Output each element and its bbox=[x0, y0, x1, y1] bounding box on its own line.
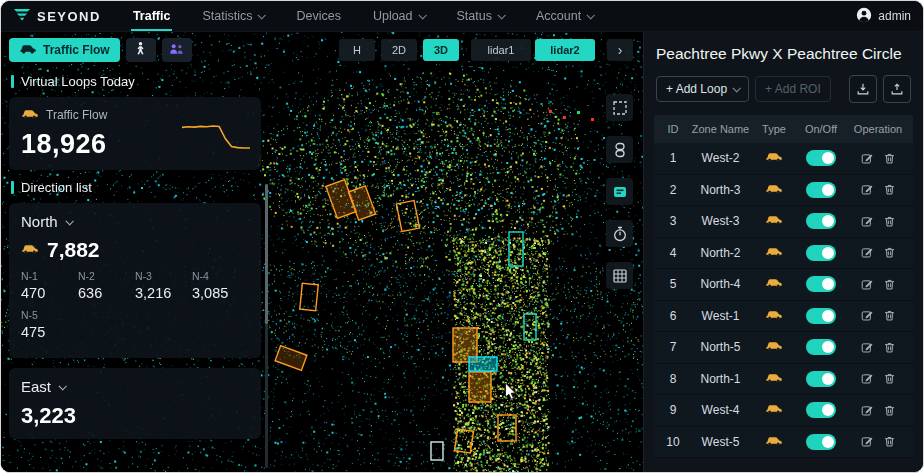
onoff-toggle[interactable] bbox=[806, 339, 836, 355]
edit-icon[interactable] bbox=[861, 246, 874, 259]
row-id: 7 bbox=[658, 340, 688, 354]
timer-icon[interactable] bbox=[606, 220, 633, 247]
lidar2-button[interactable]: lidar2 bbox=[535, 39, 595, 61]
delete-icon[interactable] bbox=[883, 372, 896, 385]
direction-card-north: North 7,882 N-1470N-2636N-33,216N-43,085… bbox=[9, 203, 261, 358]
delete-icon[interactable] bbox=[883, 152, 896, 165]
edit-icon[interactable] bbox=[861, 341, 874, 354]
onoff-toggle[interactable] bbox=[806, 213, 836, 229]
nav-item-upload[interactable]: Upload bbox=[371, 1, 427, 31]
delete-icon[interactable] bbox=[883, 215, 896, 228]
table-row: 9West-4 bbox=[654, 395, 913, 427]
car-icon bbox=[765, 182, 783, 198]
car-icon bbox=[21, 107, 39, 123]
edit-icon[interactable] bbox=[861, 372, 874, 385]
chevron-down-icon bbox=[58, 382, 66, 390]
loop-value: 475 bbox=[21, 324, 78, 340]
onoff-toggle[interactable] bbox=[806, 276, 836, 292]
onoff-toggle[interactable] bbox=[806, 245, 836, 261]
row-zone-name: North-4 bbox=[688, 277, 753, 291]
delete-icon[interactable] bbox=[883, 341, 896, 354]
table-row: 7North-5 bbox=[654, 332, 913, 364]
car-icon bbox=[765, 434, 783, 450]
car-icon bbox=[765, 150, 783, 166]
onoff-toggle[interactable] bbox=[806, 150, 836, 166]
col-id: ID bbox=[658, 123, 688, 135]
row-id: 10 bbox=[658, 435, 688, 449]
chevron-down-icon bbox=[587, 11, 595, 19]
delete-icon[interactable] bbox=[883, 435, 896, 448]
edit-icon[interactable] bbox=[861, 404, 874, 417]
brand-logo[interactable]: SEYOND bbox=[13, 8, 101, 25]
car-icon bbox=[21, 241, 39, 259]
delete-icon[interactable] bbox=[883, 183, 896, 196]
add-loop-button[interactable]: + Add Loop bbox=[656, 76, 749, 102]
nav-item-traffic[interactable]: Traffic bbox=[131, 1, 173, 31]
row-zone-name: West-2 bbox=[688, 151, 753, 165]
row-zone-name: North-5 bbox=[688, 340, 753, 354]
col-zone-name: Zone Name bbox=[688, 123, 753, 135]
traffic-flow-card: Traffic Flow 18,926 bbox=[9, 97, 261, 170]
delete-icon[interactable] bbox=[883, 246, 896, 259]
loop-name: N-1 bbox=[21, 270, 78, 282]
edit-icon[interactable] bbox=[861, 183, 874, 196]
chevron-down-icon bbox=[65, 217, 73, 225]
row-type bbox=[753, 213, 795, 229]
col-onoff: On/Off bbox=[795, 123, 847, 135]
grid-icon[interactable] bbox=[606, 262, 633, 289]
view-mode-2d-button[interactable]: 2D bbox=[381, 39, 417, 61]
lidar1-button[interactable]: lidar1 bbox=[471, 39, 531, 61]
object-filter-row: Traffic Flow bbox=[9, 38, 261, 62]
car-icon bbox=[765, 339, 783, 355]
edit-icon[interactable] bbox=[861, 435, 874, 448]
app-root: SEYOND TrafficStatisticsDevicesUploadSta… bbox=[0, 0, 924, 473]
nav-item-statistics[interactable]: Statistics bbox=[200, 1, 266, 31]
loop-value: 3,216 bbox=[135, 285, 192, 301]
edit-icon[interactable] bbox=[861, 278, 874, 291]
row-id: 3 bbox=[658, 214, 688, 228]
loops-icon[interactable] bbox=[606, 136, 633, 163]
car-icon bbox=[765, 371, 783, 387]
delete-icon[interactable] bbox=[883, 278, 896, 291]
car-icon bbox=[765, 213, 783, 229]
view-mode-3d-button[interactable]: 3D bbox=[423, 39, 459, 61]
edit-icon[interactable] bbox=[861, 215, 874, 228]
group-icon bbox=[169, 41, 184, 59]
onoff-toggle[interactable] bbox=[806, 434, 836, 450]
delete-icon[interactable] bbox=[883, 404, 896, 417]
download-icon[interactable] bbox=[849, 75, 877, 103]
edit-icon[interactable] bbox=[861, 152, 874, 165]
upload-icon[interactable] bbox=[883, 75, 911, 103]
loop-name: N-4 bbox=[192, 270, 249, 282]
pedestrian-filter-button[interactable] bbox=[126, 38, 156, 62]
group-filter-button[interactable] bbox=[162, 38, 192, 62]
direction-list-scrollbar[interactable] bbox=[265, 184, 268, 468]
nav-item-status[interactable]: Status bbox=[455, 1, 506, 31]
east-section-toggle[interactable]: East bbox=[21, 378, 249, 395]
col-operation: Operation bbox=[847, 123, 909, 135]
collapse-panel-button[interactable]: › bbox=[607, 39, 633, 61]
north-section-toggle[interactable]: North bbox=[21, 213, 249, 230]
user-menu[interactable]: admin bbox=[856, 7, 911, 26]
row-zone-name: West-4 bbox=[688, 403, 753, 417]
row-zone-name: West-3 bbox=[688, 214, 753, 228]
roi-draw-icon[interactable] bbox=[606, 94, 633, 121]
nav-item-devices[interactable]: Devices bbox=[294, 1, 342, 31]
traffic-flow-filter-button[interactable]: Traffic Flow bbox=[9, 38, 120, 62]
traffic-flow-card-label: Traffic Flow bbox=[46, 108, 107, 122]
onoff-toggle[interactable] bbox=[806, 402, 836, 418]
view-controls: H 2D 3D lidar1 lidar2 bbox=[339, 39, 595, 61]
delete-icon[interactable] bbox=[883, 309, 896, 322]
onoff-toggle[interactable] bbox=[806, 371, 836, 387]
username: admin bbox=[878, 9, 911, 23]
nav-item-account[interactable]: Account bbox=[534, 1, 595, 31]
edit-icon[interactable] bbox=[861, 309, 874, 322]
onoff-toggle[interactable] bbox=[806, 182, 836, 198]
add-roi-button[interactable]: + Add ROI bbox=[755, 76, 831, 102]
card-icon[interactable] bbox=[606, 178, 633, 205]
row-id: 1 bbox=[658, 151, 688, 165]
onoff-toggle[interactable] bbox=[806, 308, 836, 324]
view-mode-h-button[interactable]: H bbox=[339, 39, 375, 61]
loop-name: N-2 bbox=[78, 270, 135, 282]
loop-value: 636 bbox=[78, 285, 135, 301]
